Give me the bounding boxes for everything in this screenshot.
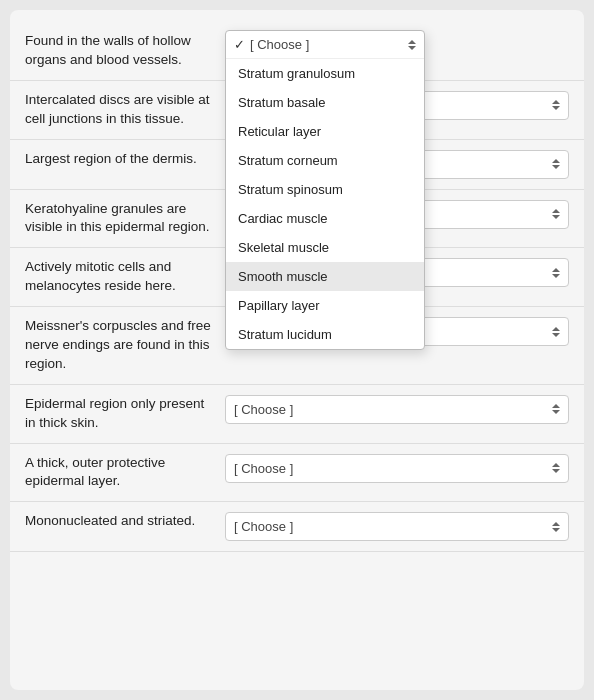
row-mononucleated-select-label: [ Choose ] [234,519,293,534]
row-protective-select-label: [ Choose ] [234,461,293,476]
option-stratum-basale[interactable]: Stratum basale [226,88,424,117]
row-intercalated-text: Intercalated discs are visible at cell j… [25,91,225,129]
row-protective-select[interactable]: [ Choose ] [225,454,569,483]
arrow-up-icon [552,404,560,408]
select-arrow-icons [552,404,560,414]
row-epidermal: Epidermal region only present in thick s… [10,385,584,444]
arrow-down-icon [552,274,560,278]
row-epidermal-text: Epidermal region only present in thick s… [25,395,225,433]
row-dermis-text: Largest region of the dermis. [25,150,225,169]
dropdown-arrow-icons [408,40,416,50]
arrow-down-icon [552,469,560,473]
select-arrow-icons [552,463,560,473]
row-hollow-organs-text: Found in the walls of hollow organs and … [25,30,225,70]
row-mononucleated-text: Mononucleated and striated. [25,512,225,531]
arrow-up-icon [552,268,560,272]
option-stratum-lucidum[interactable]: Stratum lucidum [226,320,424,349]
select-arrow-icons [552,268,560,278]
arrow-down-icon [552,106,560,110]
row-hollow-organs: Found in the walls of hollow organs and … [10,20,584,81]
arrow-down-icon [552,165,560,169]
dropdown-header[interactable]: ✓ [ Choose ] [226,31,424,59]
option-stratum-granulosum[interactable]: Stratum granulosum [226,59,424,88]
arrow-down-icon [552,410,560,414]
check-icon: ✓ [234,37,245,52]
option-cardiac-muscle[interactable]: Cardiac muscle [226,204,424,233]
select-arrow-icons [552,209,560,219]
arrow-down-icon [552,215,560,219]
row-epidermal-select-wrapper: [ Choose ] [225,395,569,424]
row-meissner-text: Meissner's corpuscles and free nerve end… [25,317,225,374]
row-mitotic-text: Actively mitotic cells and melanocytes r… [25,258,225,296]
arrow-down-icon [552,528,560,532]
option-skeletal-muscle[interactable]: Skeletal muscle [226,233,424,262]
row-epidermal-select[interactable]: [ Choose ] [225,395,569,424]
row-protective: A thick, outer protective epidermal laye… [10,444,584,503]
arrow-up-icon [552,522,560,526]
option-stratum-corneum[interactable]: Stratum corneum [226,146,424,175]
arrow-up-icon [552,463,560,467]
row-protective-text: A thick, outer protective epidermal laye… [25,454,225,492]
quiz-container: Found in the walls of hollow organs and … [10,10,584,690]
select-arrow-icons [552,159,560,169]
arrow-up-icon [552,100,560,104]
row-keratohyaline-text: Keratohyaline granules are visible in th… [25,200,225,238]
arrow-down-icon [552,333,560,337]
row-epidermal-select-label: [ Choose ] [234,402,293,417]
arrow-down-icon [408,46,416,50]
row-mononucleated-select-wrapper: [ Choose ] [225,512,569,541]
arrow-up-icon [552,209,560,213]
row-mononucleated-select[interactable]: [ Choose ] [225,512,569,541]
row-mononucleated: Mononucleated and striated. [ Choose ] [10,502,584,552]
arrow-up-icon [552,327,560,331]
option-stratum-spinosum[interactable]: Stratum spinosum [226,175,424,204]
select-arrow-icons [552,100,560,110]
arrow-up-icon [408,40,416,44]
dropdown-current-label: [ Choose ] [250,37,309,52]
option-reticular-layer[interactable]: Reticular layer [226,117,424,146]
select-arrow-icons [552,327,560,337]
option-papillary-layer[interactable]: Papillary layer [226,291,424,320]
arrow-up-icon [552,159,560,163]
option-smooth-muscle[interactable]: Smooth muscle [226,262,424,291]
select-arrow-icons [552,522,560,532]
dropdown-open[interactable]: ✓ [ Choose ] Stratum granulosum Stratum … [225,30,425,350]
row-protective-select-wrapper: [ Choose ] [225,454,569,483]
